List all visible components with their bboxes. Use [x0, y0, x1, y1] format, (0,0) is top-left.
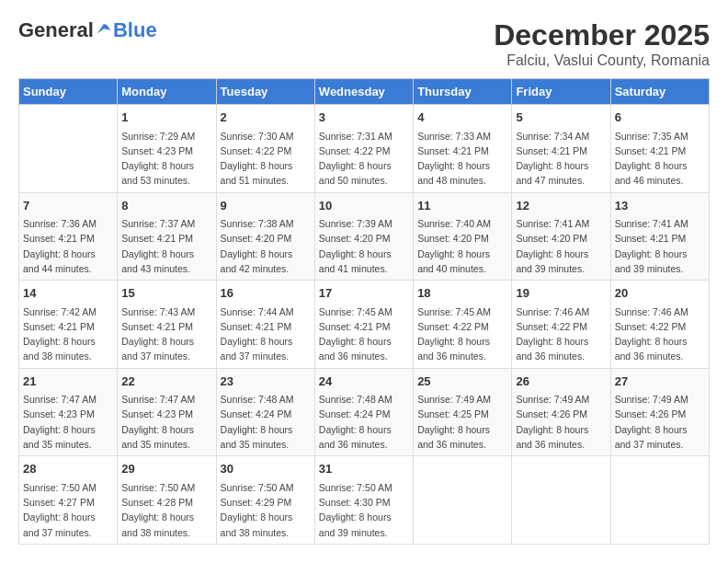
day-info: Sunrise: 7:50 AM Sunset: 4:29 PM Dayligh… [221, 480, 311, 540]
day-info: Sunrise: 7:33 AM Sunset: 4:21 PM Dayligh… [417, 129, 507, 189]
calendar-cell: 11Sunrise: 7:40 AM Sunset: 4:20 PM Dayli… [414, 192, 512, 281]
weekday-label: Monday [118, 79, 216, 105]
day-number: 25 [417, 373, 507, 391]
calendar-week-row: 14Sunrise: 7:42 AM Sunset: 4:21 PM Dayli… [19, 281, 710, 369]
day-number: 23 [221, 373, 311, 391]
calendar-cell: 4Sunrise: 7:33 AM Sunset: 4:21 PM Daylig… [414, 105, 512, 193]
calendar-cell: 9Sunrise: 7:38 AM Sunset: 4:20 PM Daylig… [216, 192, 314, 281]
day-number: 14 [23, 284, 113, 303]
day-info: Sunrise: 7:34 AM Sunset: 4:21 PM Dayligh… [516, 129, 606, 189]
calendar-cell: 22Sunrise: 7:47 AM Sunset: 4:23 PM Dayli… [118, 368, 216, 456]
day-number: 20 [615, 284, 705, 303]
day-number: 15 [121, 284, 211, 303]
calendar-week-row: 21Sunrise: 7:47 AM Sunset: 4:23 PM Dayli… [19, 368, 710, 456]
calendar-cell: 28Sunrise: 7:50 AM Sunset: 4:27 PM Dayli… [19, 456, 118, 545]
calendar-cell: 17Sunrise: 7:45 AM Sunset: 4:21 PM Dayli… [314, 281, 413, 369]
day-number: 30 [221, 460, 311, 478]
day-number: 17 [319, 284, 409, 303]
calendar-cell: 31Sunrise: 7:50 AM Sunset: 4:30 PM Dayli… [314, 456, 413, 545]
calendar-cell: 1Sunrise: 7:29 AM Sunset: 4:23 PM Daylig… [118, 105, 216, 193]
day-number: 26 [516, 373, 606, 391]
calendar-cell: 14Sunrise: 7:42 AM Sunset: 4:21 PM Dayli… [19, 281, 118, 369]
weekday-label: Tuesday [216, 79, 314, 105]
weekday-label: Sunday [19, 79, 118, 105]
day-number: 16 [221, 284, 311, 303]
calendar-cell: 12Sunrise: 7:41 AM Sunset: 4:20 PM Dayli… [512, 192, 610, 281]
day-number: 21 [23, 373, 113, 391]
calendar-cell: 23Sunrise: 7:48 AM Sunset: 4:24 PM Dayli… [216, 368, 314, 456]
day-info: Sunrise: 7:50 AM Sunset: 4:27 PM Dayligh… [23, 480, 113, 540]
day-info: Sunrise: 7:39 AM Sunset: 4:20 PM Dayligh… [319, 216, 409, 276]
day-number: 10 [319, 197, 409, 215]
calendar-cell: 13Sunrise: 7:41 AM Sunset: 4:21 PM Dayli… [610, 192, 709, 281]
calendar-cell: 26Sunrise: 7:49 AM Sunset: 4:26 PM Dayli… [512, 368, 610, 456]
day-number: 5 [516, 109, 606, 127]
day-number: 27 [615, 373, 705, 391]
day-info: Sunrise: 7:42 AM Sunset: 4:21 PM Dayligh… [23, 304, 113, 364]
calendar-cell: 29Sunrise: 7:50 AM Sunset: 4:28 PM Dayli… [118, 456, 216, 545]
calendar-cell: 30Sunrise: 7:50 AM Sunset: 4:29 PM Dayli… [216, 456, 314, 545]
day-number: 7 [23, 197, 113, 215]
calendar-table: SundayMondayTuesdayWednesdayThursdayFrid… [18, 78, 710, 545]
day-number: 12 [516, 197, 606, 215]
day-number: 29 [121, 460, 211, 478]
day-number: 22 [121, 373, 211, 391]
day-info: Sunrise: 7:46 AM Sunset: 4:22 PM Dayligh… [516, 304, 606, 364]
calendar-cell: 3Sunrise: 7:31 AM Sunset: 4:22 PM Daylig… [314, 105, 413, 193]
logo-bird-icon [96, 22, 112, 39]
day-info: Sunrise: 7:50 AM Sunset: 4:30 PM Dayligh… [319, 480, 409, 540]
day-info: Sunrise: 7:41 AM Sunset: 4:20 PM Dayligh… [516, 216, 606, 276]
logo-blue-text: Blue [113, 18, 157, 42]
day-number: 18 [417, 284, 507, 303]
calendar-cell: 19Sunrise: 7:46 AM Sunset: 4:22 PM Dayli… [512, 281, 610, 369]
day-number: 4 [417, 109, 507, 127]
day-number: 11 [417, 197, 507, 215]
day-info: Sunrise: 7:44 AM Sunset: 4:21 PM Dayligh… [221, 304, 311, 364]
calendar-cell: 8Sunrise: 7:37 AM Sunset: 4:21 PM Daylig… [118, 192, 216, 281]
day-number: 24 [319, 373, 409, 391]
day-info: Sunrise: 7:48 AM Sunset: 4:24 PM Dayligh… [319, 392, 409, 452]
calendar-cell: 7Sunrise: 7:36 AM Sunset: 4:21 PM Daylig… [19, 192, 118, 281]
month-title: December 2025 [494, 18, 710, 52]
calendar-week-row: 28Sunrise: 7:50 AM Sunset: 4:27 PM Dayli… [19, 456, 710, 545]
day-info: Sunrise: 7:48 AM Sunset: 4:24 PM Dayligh… [221, 392, 311, 452]
calendar-cell: 10Sunrise: 7:39 AM Sunset: 4:20 PM Dayli… [314, 192, 413, 281]
calendar-cell: 18Sunrise: 7:45 AM Sunset: 4:22 PM Dayli… [414, 281, 512, 369]
page-header: General Blue December 2025 Falciu, Vaslu… [18, 18, 710, 69]
day-number: 28 [23, 460, 113, 478]
weekday-label: Thursday [414, 79, 512, 105]
day-number: 9 [221, 197, 311, 215]
calendar-cell: 15Sunrise: 7:43 AM Sunset: 4:21 PM Dayli… [118, 281, 216, 369]
calendar-cell: 20Sunrise: 7:46 AM Sunset: 4:22 PM Dayli… [610, 281, 709, 369]
calendar-cell [19, 105, 118, 193]
logo-general-text: General [18, 18, 94, 42]
day-info: Sunrise: 7:49 AM Sunset: 4:25 PM Dayligh… [417, 392, 507, 452]
day-info: Sunrise: 7:49 AM Sunset: 4:26 PM Dayligh… [615, 392, 705, 452]
weekday-label: Saturday [610, 79, 709, 105]
day-info: Sunrise: 7:43 AM Sunset: 4:21 PM Dayligh… [121, 304, 211, 364]
location-subtitle: Falciu, Vaslui County, Romania [494, 52, 710, 69]
day-number: 31 [319, 460, 409, 478]
calendar-cell: 6Sunrise: 7:35 AM Sunset: 4:21 PM Daylig… [610, 105, 709, 193]
day-info: Sunrise: 7:46 AM Sunset: 4:22 PM Dayligh… [615, 304, 705, 364]
calendar-cell: 16Sunrise: 7:44 AM Sunset: 4:21 PM Dayli… [216, 281, 314, 369]
day-info: Sunrise: 7:41 AM Sunset: 4:21 PM Dayligh… [615, 216, 705, 276]
day-info: Sunrise: 7:31 AM Sunset: 4:22 PM Dayligh… [319, 129, 409, 189]
day-number: 3 [319, 109, 409, 127]
day-info: Sunrise: 7:37 AM Sunset: 4:21 PM Dayligh… [121, 216, 211, 276]
weekday-label: Wednesday [314, 79, 413, 105]
day-info: Sunrise: 7:47 AM Sunset: 4:23 PM Dayligh… [121, 392, 211, 452]
day-number: 8 [121, 197, 211, 215]
day-info: Sunrise: 7:45 AM Sunset: 4:21 PM Dayligh… [319, 304, 409, 364]
weekday-header-row: SundayMondayTuesdayWednesdayThursdayFrid… [19, 79, 710, 105]
day-info: Sunrise: 7:49 AM Sunset: 4:26 PM Dayligh… [516, 392, 606, 452]
calendar-cell: 25Sunrise: 7:49 AM Sunset: 4:25 PM Dayli… [414, 368, 512, 456]
calendar-cell [414, 456, 512, 545]
weekday-label: Friday [512, 79, 610, 105]
day-info: Sunrise: 7:45 AM Sunset: 4:22 PM Dayligh… [417, 304, 507, 364]
day-info: Sunrise: 7:47 AM Sunset: 4:23 PM Dayligh… [23, 392, 113, 452]
calendar-week-row: 7Sunrise: 7:36 AM Sunset: 4:21 PM Daylig… [19, 192, 710, 281]
day-info: Sunrise: 7:50 AM Sunset: 4:28 PM Dayligh… [121, 480, 211, 540]
day-info: Sunrise: 7:35 AM Sunset: 4:21 PM Dayligh… [615, 129, 705, 189]
calendar-cell: 27Sunrise: 7:49 AM Sunset: 4:26 PM Dayli… [610, 368, 709, 456]
